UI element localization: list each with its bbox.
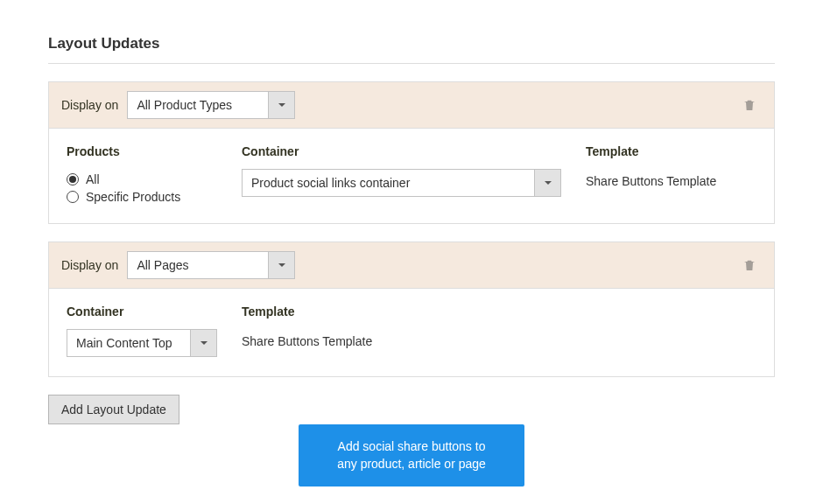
chevron-down-icon <box>268 252 294 278</box>
container-select[interactable]: Main Content Top <box>67 329 217 357</box>
display-on-label: Display on <box>61 258 118 272</box>
display-on-select[interactable]: All Product Types <box>127 91 295 119</box>
radio-all[interactable]: All <box>67 172 242 186</box>
template-label: Template <box>242 304 756 318</box>
trash-icon[interactable] <box>742 258 756 272</box>
template-value: Share Buttons Template <box>242 329 756 348</box>
container-select-value: Product social links container <box>243 170 534 196</box>
chevron-down-icon <box>190 330 216 356</box>
display-on-select-value: All Product Types <box>128 92 268 118</box>
radio-specific-label: Specific Products <box>86 190 180 204</box>
radio-specific[interactable]: Specific Products <box>67 190 242 204</box>
template-value: Share Buttons Template <box>586 169 756 188</box>
template-label: Template <box>586 144 756 158</box>
radio-all-label: All <box>86 172 100 186</box>
trash-icon[interactable] <box>742 98 756 112</box>
add-layout-update-button[interactable]: Add Layout Update <box>48 395 179 424</box>
layout-update-block: Display on All Product Types Products Al… <box>48 81 775 224</box>
products-label: Products <box>67 144 242 158</box>
radio-circle-checked <box>67 173 79 186</box>
layout-update-block: Display on All Pages Container Main Cont… <box>48 242 775 377</box>
update-header: Display on All Product Types <box>49 82 774 129</box>
section-title: Layout Updates <box>48 35 775 64</box>
display-on-select-value: All Pages <box>128 252 268 278</box>
display-on-select[interactable]: All Pages <box>127 251 295 279</box>
update-header: Display on All Pages <box>49 242 774 289</box>
callout-line2: any product, article or page <box>323 456 500 473</box>
chevron-down-icon <box>268 92 294 118</box>
footer: Add Layout Update Add social share butto… <box>48 395 775 424</box>
container-select[interactable]: Product social links container <box>242 169 561 197</box>
products-radio-group: All Specific Products <box>67 169 242 204</box>
promo-callout: Add social share buttons to any product,… <box>299 424 524 486</box>
container-label: Container <box>242 144 561 158</box>
display-on-label: Display on <box>61 98 118 112</box>
container-select-value: Main Content Top <box>67 330 190 356</box>
update-body: Container Main Content Top Template Shar… <box>49 289 774 376</box>
container-label: Container <box>67 304 242 318</box>
chevron-down-icon <box>534 170 560 196</box>
update-body: Products All Specific Products Container… <box>49 129 774 223</box>
callout-line1: Add social share buttons to <box>323 438 500 456</box>
radio-circle-unchecked <box>67 191 79 203</box>
